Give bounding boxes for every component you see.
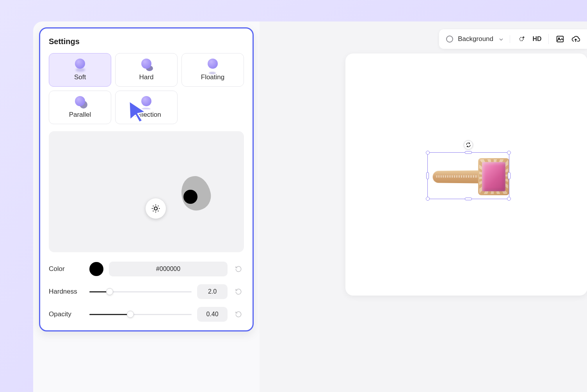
chevron-down-icon [498,36,503,42]
resize-handle-w[interactable] [426,172,429,179]
canvas-area[interactable]: Background HD [260,21,587,392]
hardness-slider[interactable] [89,288,192,296]
svg-line-7 [153,211,153,211]
preset-label: Parallel [69,111,91,119]
opacity-value-input[interactable] [197,307,228,322]
resize-handle-s[interactable] [465,198,472,200]
color-control-row: Color [49,262,244,276]
hard-shadow-icon [141,59,152,70]
svg-point-9 [519,37,523,41]
undo-icon [235,311,242,318]
hardness-value-input[interactable] [197,284,228,299]
preset-label: Reflection [132,111,161,119]
preset-floating[interactable]: Floating [181,53,244,87]
preset-hard[interactable]: Hard [115,53,178,87]
undo-icon [235,265,242,273]
left-panel: Settings Soft Hard [33,21,260,392]
shadow-preset-grid: Soft Hard Floating [49,53,244,124]
settings-title: Settings [49,37,244,46]
magic-enhance-button[interactable] [517,35,526,43]
opacity-label: Opacity [49,310,84,318]
hardness-label: Hardness [49,288,84,296]
soft-shadow-icon [74,59,86,70]
image-icon [556,35,564,43]
top-toolbar: Background HD [439,29,587,49]
rotate-handle[interactable] [464,140,473,150]
preset-parallel[interactable]: Parallel [49,91,111,124]
resize-handle-ne[interactable] [507,151,511,155]
resize-handle-nw[interactable] [426,151,430,155]
image-button[interactable] [556,35,564,43]
preset-reflection[interactable]: Reflection [115,91,178,124]
opacity-slider[interactable] [89,310,192,318]
reset-opacity-button[interactable] [233,309,244,320]
background-label: Background [458,35,493,43]
preset-soft[interactable]: Soft [49,53,111,87]
opacity-control-row: Opacity [49,307,244,322]
color-swatch[interactable] [89,262,103,276]
hardness-control-row: Hardness [49,284,244,299]
upload-cloud-button[interactable] [571,35,580,43]
resize-handle-e[interactable] [508,172,511,179]
slider-thumb[interactable] [106,288,113,295]
floating-shadow-icon [207,59,219,70]
preset-label: Floating [201,73,224,81]
magic-wand-icon [517,35,526,43]
svg-line-5 [153,206,153,206]
shadow-preview[interactable] [49,131,244,252]
preset-label: Soft [74,73,86,81]
resize-handle-sw[interactable] [426,197,430,201]
resize-handle-n[interactable] [465,151,472,154]
sun-icon [151,204,160,213]
svg-line-6 [158,211,158,211]
selection-bounding-box[interactable] [427,152,509,199]
undo-icon [235,288,242,295]
parallel-shadow-icon [74,96,86,108]
resize-handle-se[interactable] [507,197,511,201]
toolbar-separator [548,34,549,44]
settings-panel: Settings Soft Hard [39,27,254,331]
cloud-upload-icon [571,35,580,43]
slider-thumb[interactable] [127,311,134,318]
background-selector[interactable]: Background [446,35,510,43]
rotate-icon [466,142,471,148]
reflection-shadow-icon [141,96,152,108]
color-label: Color [49,265,84,273]
preview-object-dot [183,190,197,204]
background-swatch-icon [446,36,453,43]
hd-button[interactable]: HD [533,35,541,43]
svg-line-8 [158,206,158,206]
preset-label: Hard [139,73,154,81]
reset-hardness-button[interactable] [233,286,244,297]
light-source-handle[interactable] [146,198,166,219]
reset-color-button[interactable] [233,264,244,274]
svg-point-0 [154,207,157,210]
color-hex-input[interactable] [109,262,228,276]
app-container: Settings Soft Hard [33,21,587,392]
